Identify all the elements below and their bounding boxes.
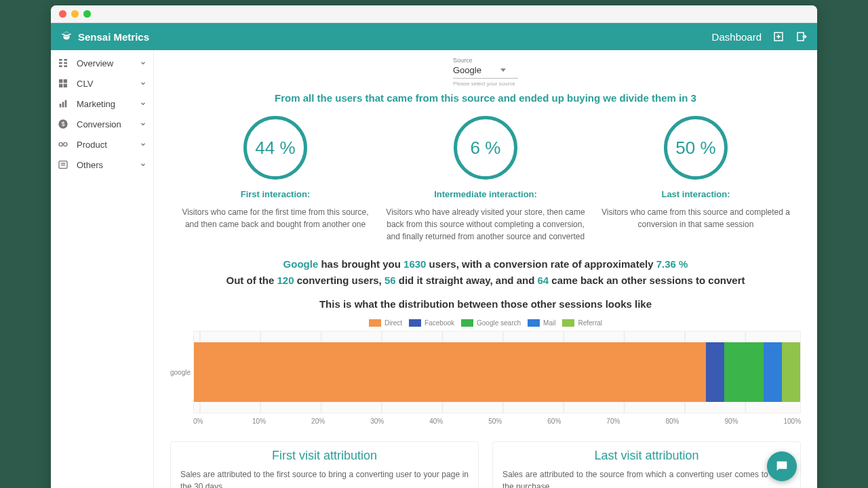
svg-rect-8: [59, 65, 62, 67]
minimize-window-icon[interactable]: [71, 10, 79, 18]
chart-x-axis: 0%10%20%30%40%50%60%70%80%90%100%: [193, 418, 801, 425]
svg-rect-9: [64, 65, 67, 67]
logout-icon[interactable]: [795, 30, 808, 43]
sidebar-item-label: Marketing: [77, 99, 132, 109]
chevron-down-icon: [140, 121, 146, 127]
sidebar-item-marketing[interactable]: Marketing: [51, 94, 153, 114]
chevron-down-icon: [140, 161, 146, 168]
legend-item: Referral: [562, 319, 602, 327]
svg-rect-14: [60, 104, 62, 107]
svg-rect-15: [62, 102, 64, 107]
chat-icon: [774, 459, 789, 474]
svg-point-19: [59, 142, 62, 146]
metric-title: Last interaction:: [596, 189, 795, 199]
sidebar-item-product[interactable]: Product: [51, 134, 153, 155]
sidebar-item-label: CLV: [77, 79, 132, 89]
legend-swatch: [369, 319, 381, 327]
card-text: Sales are attributed to the first source…: [180, 468, 469, 488]
x-tick: 20%: [311, 418, 370, 425]
sidebar-item-label: Overview: [77, 58, 132, 68]
dollar-icon: $: [58, 119, 68, 129]
legend-swatch: [528, 319, 540, 327]
legend-swatch: [461, 319, 473, 327]
brand-name: Sensai Metrics: [78, 31, 149, 43]
svg-rect-7: [64, 62, 67, 64]
metric-desc: Visitors who have already visited your s…: [386, 206, 585, 243]
chevron-down-icon: [140, 60, 146, 66]
legend-label: Google search: [477, 319, 521, 327]
bar-segment-facebook: [706, 342, 724, 402]
svg-rect-4: [59, 59, 62, 61]
sidebar-item-label: Others: [77, 160, 132, 170]
svg-point-20: [64, 142, 67, 146]
legend-item: Direct: [369, 319, 402, 327]
card-title: First visit attribution: [180, 449, 469, 463]
source-field-label: Source: [453, 57, 518, 64]
legend-label: Mail: [543, 319, 555, 327]
chevron-down-icon: [140, 80, 146, 87]
svg-rect-13: [64, 84, 67, 87]
svg-rect-11: [64, 79, 67, 83]
grid-icon: [58, 78, 68, 89]
x-tick: 70%: [606, 418, 665, 425]
legend-item: Facebook: [409, 319, 454, 327]
metric-circle: 6 %: [454, 116, 517, 180]
metric-title: Intermediate interaction:: [386, 189, 585, 199]
close-window-icon[interactable]: [59, 10, 66, 18]
metric-desc: Visitors who came for the first time fro…: [176, 206, 375, 230]
sidebar: Overview CLV Marketing $ Conversion Prod…: [51, 50, 154, 488]
legend-label: Facebook: [425, 319, 454, 327]
chart-icon: [58, 98, 68, 109]
link-icon: [58, 139, 68, 150]
bar-segment-google-search: [724, 342, 764, 402]
legend-swatch: [409, 319, 421, 327]
metric-column: 6 %Intermediate interaction:Visitors who…: [380, 116, 591, 243]
section-headline: From all the users that came from this s…: [170, 92, 801, 104]
metric-title: First interaction:: [176, 189, 375, 199]
list-icon: [58, 159, 68, 170]
chart-y-category: google: [170, 369, 193, 376]
chart-legend: DirectFacebookGoogle searchMailReferral: [170, 319, 801, 327]
legend-label: Direct: [384, 319, 402, 327]
chart-subhead: This is what the distribution between th…: [170, 298, 801, 310]
x-tick: 100%: [783, 418, 801, 425]
x-tick: 40%: [429, 418, 488, 425]
legend-item: Mail: [528, 319, 555, 327]
sidebar-item-conversion[interactable]: $ Conversion: [51, 114, 153, 134]
chevron-down-icon: [140, 141, 146, 148]
legend-label: Referral: [578, 319, 602, 327]
card-title: Last visit attribution: [502, 449, 791, 463]
maximize-window-icon[interactable]: [83, 10, 91, 18]
svg-rect-16: [65, 100, 67, 108]
source-selected-value: Google: [453, 65, 481, 75]
caret-down-icon: [500, 68, 506, 72]
svg-rect-6: [59, 62, 62, 64]
expand-icon[interactable]: [772, 30, 785, 43]
x-tick: 80%: [665, 418, 724, 425]
card-text: Sales are attributed to the source from …: [502, 468, 791, 488]
x-tick: 0%: [193, 418, 252, 425]
sidebar-item-label: Product: [77, 140, 132, 150]
svg-rect-10: [59, 79, 62, 83]
distribution-chart: google: [170, 331, 801, 413]
source-help-text: Please select your source: [453, 81, 518, 87]
bar-segment-mail: [764, 342, 782, 402]
window-titlebar: [51, 5, 817, 23]
source-select[interactable]: Source Google Please select your source: [453, 57, 518, 87]
x-tick: 60%: [547, 418, 606, 425]
metric-column: 50 %Last interaction:Visitors who came f…: [591, 116, 801, 243]
sidebar-item-overview[interactable]: Overview: [51, 53, 153, 73]
svg-text:$: $: [61, 121, 65, 127]
dashboard-link[interactable]: Dashboard: [712, 31, 762, 43]
sidebar-item-clv[interactable]: CLV: [51, 73, 153, 94]
brand: Sensai Metrics: [60, 30, 149, 43]
metric-circle: 44 %: [243, 116, 307, 180]
x-tick: 50%: [488, 418, 547, 425]
summary-text: Google has brought you 1630 users, with …: [170, 256, 801, 289]
svg-rect-5: [64, 59, 67, 61]
chat-button[interactable]: [767, 451, 797, 481]
chevron-down-icon: [140, 100, 146, 107]
bar-segment-direct: [194, 342, 706, 402]
metric-circle: 50 %: [664, 116, 728, 180]
sidebar-item-others[interactable]: Others: [51, 155, 153, 175]
